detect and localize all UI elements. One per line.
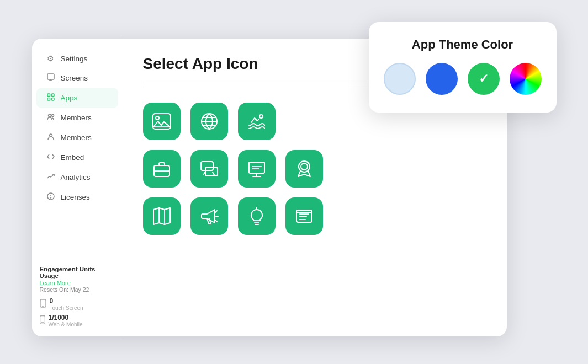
sidebar-label-licenses: Licenses xyxy=(61,193,90,201)
touch-screen-icon xyxy=(40,299,46,309)
svg-line-38 xyxy=(215,211,217,212)
svg-point-7 xyxy=(48,114,51,117)
svg-rect-26 xyxy=(249,162,264,173)
sidebar-item-screens[interactable]: Screens xyxy=(36,68,118,88)
embed-icon xyxy=(46,153,55,162)
color-options: ✓ xyxy=(386,63,539,95)
apps-icon xyxy=(46,93,55,103)
sidebar-item-members-group[interactable]: Members xyxy=(36,108,118,127)
sidebar-label-settings: Settings xyxy=(61,55,88,63)
sidebar-item-settings[interactable]: ⚙ Settings xyxy=(36,49,118,68)
web-mobile-count: 1/1000 xyxy=(49,314,83,322)
svg-rect-5 xyxy=(47,98,50,101)
sidebar-item-members[interactable]: Members xyxy=(36,128,118,147)
icon-row-1 xyxy=(143,150,487,188)
icon-idea[interactable] xyxy=(238,197,276,235)
licenses-icon xyxy=(46,192,55,202)
icon-chat[interactable] xyxy=(190,150,228,188)
touch-screen-info: 0 Touch Screen xyxy=(50,297,83,311)
eu-title: Engagement Units Usage xyxy=(40,266,115,279)
svg-rect-6 xyxy=(51,98,54,101)
icon-map[interactable] xyxy=(143,197,181,235)
theme-card-title: App Theme Color xyxy=(386,38,539,52)
touch-screen-label: Touch Screen xyxy=(50,305,83,311)
web-mobile-info: 1/1000 Web & Mobile xyxy=(49,314,83,328)
sidebar-item-apps[interactable]: Apps xyxy=(36,88,118,108)
svg-marker-34 xyxy=(153,208,170,224)
scene: ⚙ Settings Screens Apps xyxy=(32,22,557,342)
icon-grid xyxy=(143,103,487,235)
sidebar-item-embed[interactable]: Embed xyxy=(36,148,118,167)
icon-swimming[interactable] xyxy=(238,103,276,140)
sidebar-footer: Engagement Units Usage Learn More Resets… xyxy=(32,260,123,328)
analytics-icon xyxy=(46,173,55,182)
web-mobile-label: Web & Mobile xyxy=(49,322,83,328)
sidebar-item-analytics[interactable]: Analytics xyxy=(36,168,118,187)
svg-line-39 xyxy=(215,220,217,222)
svg-rect-24 xyxy=(201,162,213,170)
svg-rect-4 xyxy=(51,94,54,97)
icon-briefcase[interactable] xyxy=(143,150,181,188)
sidebar-label-apps: Apps xyxy=(61,94,78,102)
web-mobile-icon xyxy=(40,315,45,326)
screens-icon xyxy=(46,73,55,83)
color-option-blue[interactable] xyxy=(426,63,458,95)
svg-rect-25 xyxy=(205,167,218,176)
icon-news[interactable] xyxy=(285,197,323,235)
color-option-green[interactable]: ✓ xyxy=(468,63,500,95)
member-icon xyxy=(46,133,55,142)
touch-screen-stat: 0 Touch Screen xyxy=(40,297,115,311)
svg-rect-13 xyxy=(40,299,46,307)
sidebar-label-members: Members xyxy=(61,133,92,142)
theme-card: App Theme Color ✓ xyxy=(369,22,557,113)
svg-point-12 xyxy=(50,197,51,198)
color-option-light-blue[interactable] xyxy=(384,63,416,95)
svg-point-21 xyxy=(259,115,263,118)
sidebar-label-analytics: Analytics xyxy=(61,173,91,181)
selected-checkmark: ✓ xyxy=(479,72,489,86)
touch-screen-count: 0 xyxy=(50,297,83,305)
sidebar-item-licenses[interactable]: Licenses xyxy=(36,188,118,207)
sidebar-nav: ⚙ Settings Screens Apps xyxy=(32,49,123,260)
members-group-icon xyxy=(46,113,55,122)
color-option-rainbow[interactable] xyxy=(510,63,542,95)
svg-rect-3 xyxy=(47,94,50,97)
icon-globe[interactable] xyxy=(190,103,228,140)
settings-icon: ⚙ xyxy=(46,54,55,63)
icon-presentation[interactable] xyxy=(238,150,276,188)
sidebar: ⚙ Settings Screens Apps xyxy=(32,39,123,336)
sidebar-label-members-group: Members xyxy=(61,114,92,122)
icon-award[interactable] xyxy=(285,150,323,188)
icon-row-2 xyxy=(143,197,487,235)
icon-megaphone[interactable] xyxy=(190,197,228,235)
svg-rect-0 xyxy=(47,74,54,79)
svg-point-8 xyxy=(51,115,54,117)
svg-point-33 xyxy=(301,163,308,170)
sidebar-label-screens: Screens xyxy=(61,74,88,82)
web-mobile-stat: 1/1000 Web & Mobile xyxy=(40,314,115,328)
svg-point-17 xyxy=(156,116,159,120)
icon-landscape[interactable] xyxy=(143,103,181,140)
sidebar-label-embed: Embed xyxy=(61,153,84,162)
learn-more-link[interactable]: Learn More xyxy=(40,280,115,286)
resets-text: Resets On: May 22 xyxy=(40,286,115,293)
